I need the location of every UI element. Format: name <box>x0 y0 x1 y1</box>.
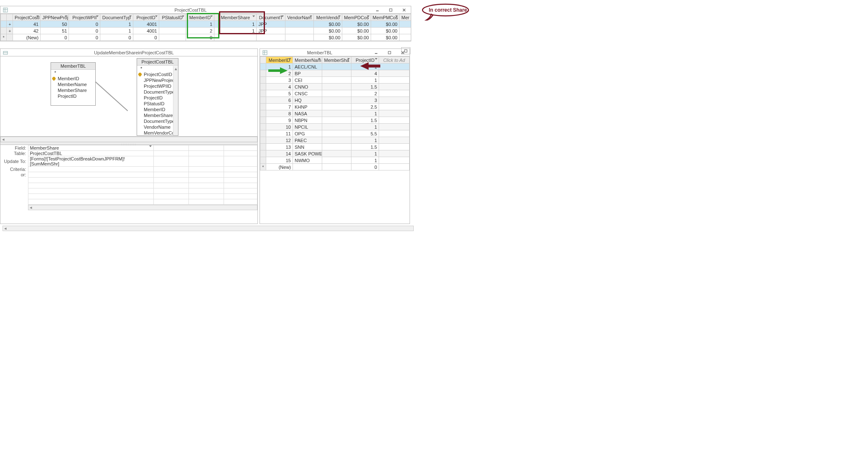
qbe-cell[interactable] <box>224 151 257 156</box>
cell[interactable]: 1 <box>351 157 379 164</box>
qbe-cell[interactable] <box>153 172 188 178</box>
cell[interactable]: 1 <box>351 124 379 130</box>
cell[interactable]: 41 <box>13 21 40 28</box>
table-field[interactable]: PStatusID <box>137 101 178 107</box>
query-titlebar[interactable]: UpdateMemberShareinProjectCostTBL <box>0 49 257 56</box>
cell[interactable] <box>399 34 411 41</box>
cell[interactable] <box>214 34 257 41</box>
cell[interactable]: 1.5 <box>351 144 379 150</box>
table-row[interactable]: 11OPG5.5 <box>260 130 410 137</box>
cell[interactable]: 0 <box>351 164 379 170</box>
table-row[interactable]: 14SASK POWER1 <box>260 150 410 157</box>
cell[interactable]: 6 <box>266 97 293 104</box>
col-projectwpii[interactable]: ProjectWPII <box>69 14 100 21</box>
cell[interactable]: 1.5 <box>351 84 379 90</box>
cell[interactable]: $0.00 <box>371 21 399 28</box>
qbe-cell[interactable] <box>224 199 257 205</box>
cell[interactable] <box>379 137 410 144</box>
qbe-cell[interactable] <box>153 156 188 167</box>
chevron-down-icon[interactable] <box>281 15 284 17</box>
table-row[interactable]: 5CNSC2 <box>260 90 410 97</box>
table-row[interactable]: 3CEI1 <box>260 77 410 84</box>
scroll-up-icon[interactable]: ▴ <box>173 66 178 71</box>
col-clicktoadd[interactable]: Click to Ad <box>379 57 410 64</box>
chevron-down-icon[interactable] <box>367 15 369 17</box>
chevron-down-icon[interactable] <box>96 15 99 17</box>
cell[interactable]: 4001 <box>133 28 159 34</box>
cell[interactable] <box>285 28 313 34</box>
cell[interactable] <box>379 90 410 97</box>
table-field[interactable]: MemberID <box>137 107 178 112</box>
cell[interactable]: 1 <box>351 137 379 144</box>
cell[interactable] <box>322 70 351 77</box>
cell[interactable] <box>322 157 351 164</box>
cell[interactable] <box>322 150 351 157</box>
restore-button[interactable] <box>401 47 410 54</box>
qbe-cell[interactable] <box>188 145 224 151</box>
qbe-cell[interactable] <box>188 172 224 178</box>
cell[interactable]: SNN <box>293 144 322 150</box>
table-row[interactable]: 7KHNP2.5 <box>260 104 410 110</box>
table-field[interactable]: MemberID <box>51 76 95 81</box>
qbe-updateto-cell[interactable]: [Forms]![TestProjectCostBreakDownJPPFRM]… <box>28 156 153 167</box>
cell[interactable]: 3 <box>266 77 293 84</box>
cell[interactable] <box>379 144 410 150</box>
expand-icon[interactable]: + <box>8 22 11 27</box>
table-field[interactable]: ProjectID <box>137 95 178 101</box>
cell[interactable]: 42 <box>13 28 40 34</box>
cell[interactable] <box>322 84 351 90</box>
cell[interactable]: CNNO <box>293 84 322 90</box>
table-field[interactable]: * <box>51 70 95 76</box>
cell[interactable] <box>322 64 351 70</box>
qbe-cell[interactable] <box>188 188 224 194</box>
qbe-table-cell[interactable]: ProjectCostTBL <box>28 151 153 156</box>
cell[interactable]: 1 <box>351 110 379 117</box>
chevron-down-icon[interactable] <box>338 15 341 17</box>
qbe-cell[interactable] <box>153 178 188 183</box>
qbe-cell[interactable] <box>28 183 153 188</box>
cell[interactable]: 4 <box>266 84 293 90</box>
qbe-cell[interactable] <box>28 178 153 183</box>
cell[interactable]: 10 <box>266 124 293 130</box>
col-mer[interactable]: Mer <box>399 14 411 21</box>
cell[interactable]: $0.00 <box>314 21 342 28</box>
cell[interactable]: 11 <box>266 130 293 137</box>
cell[interactable] <box>322 110 351 117</box>
table-row[interactable]: 13SNN1.5 <box>260 144 410 150</box>
cell[interactable]: 0 <box>41 34 69 41</box>
cell[interactable]: 1.5 <box>351 117 379 124</box>
cell[interactable]: $0.00 <box>342 34 371 41</box>
table-row[interactable]: 12PAEC1 <box>260 137 410 144</box>
cell[interactable] <box>379 77 410 84</box>
qbe-criteria-cell[interactable] <box>28 167 153 172</box>
chevron-down-icon[interactable] <box>65 15 67 17</box>
cell[interactable]: 15 <box>266 157 293 164</box>
cell[interactable]: CEI <box>293 77 322 84</box>
col-membername[interactable]: MemberNam <box>293 57 322 64</box>
col-mempmcos[interactable]: MemPMCos <box>371 14 399 21</box>
cell[interactable] <box>322 77 351 84</box>
col-documenttyp[interactable]: DocumentTyp <box>100 14 133 21</box>
table-row[interactable]: 6HQ3 <box>260 97 410 104</box>
qbe-cell[interactable] <box>153 167 188 172</box>
cell[interactable] <box>379 157 410 164</box>
cell[interactable] <box>322 144 351 150</box>
qbe-cell[interactable] <box>28 188 153 194</box>
cell[interactable]: PAEC <box>293 137 322 144</box>
col-memberid[interactable]: MemberID <box>266 57 293 64</box>
col-pstatusid[interactable]: PStatusID <box>159 14 186 21</box>
minimize-button[interactable] <box>369 51 383 55</box>
cell[interactable]: $0.00 <box>314 34 342 41</box>
maximize-button[interactable] <box>384 8 397 12</box>
cell[interactable]: 9 <box>266 117 293 124</box>
cell[interactable] <box>322 124 351 130</box>
qbe-cell[interactable] <box>188 199 224 205</box>
table-row[interactable]: 9NBPN1.5 <box>260 117 410 124</box>
col-projectcosti[interactable]: ProjectCostI <box>13 14 40 21</box>
table-field[interactable]: MemberShare <box>51 87 95 93</box>
member-titlebar[interactable]: MemberTBL <box>260 49 410 56</box>
table-row-new[interactable]: * (New) 0 <box>260 164 410 170</box>
cell[interactable]: (New) <box>266 164 293 170</box>
cell[interactable] <box>379 104 410 110</box>
cell[interactable]: NASA <box>293 110 322 117</box>
